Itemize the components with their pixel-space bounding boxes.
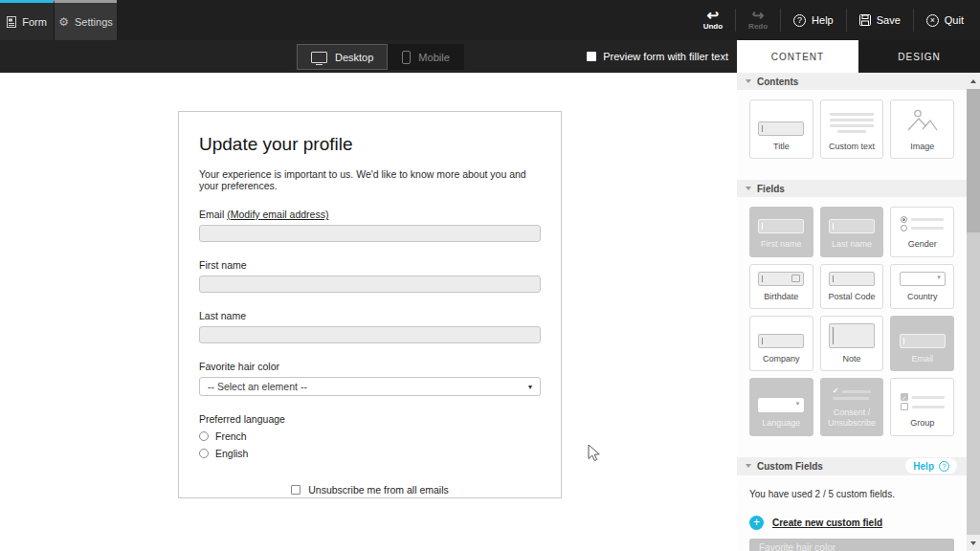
topbar-actions: ↩ Undo ↪ Redo ? Help Save × Quit (691, 0, 980, 40)
custom-field-items: Favorite hair colorWebsite (749, 539, 954, 551)
panel-tabs: CONTENT DESIGN (737, 40, 980, 73)
collapse-triangle-icon (746, 187, 751, 190)
card-title[interactable]: Title (749, 99, 813, 159)
unsubscribe-label: Unsubscribe me from all emails (308, 484, 448, 496)
collapse-triangle-icon (746, 79, 751, 83)
card-custom-text[interactable]: Custom text (820, 99, 884, 159)
chevron-down-icon (970, 541, 976, 545)
mobile-button[interactable]: Mobile (388, 44, 463, 70)
fields-cards: First nameLast nameGenderBirthdatePostal… (737, 197, 967, 456)
desktop-icon (311, 52, 327, 63)
scroll-up-button[interactable] (967, 73, 980, 89)
hair-color-label: Favorite hair color (199, 361, 541, 372)
redo-button[interactable]: ↪ Redo (736, 10, 780, 31)
tab-settings[interactable]: ⚙ Settings (54, 0, 117, 40)
scrollbar-track[interactable] (967, 89, 980, 535)
tab-form-label: Form (22, 16, 47, 28)
hair-color-select[interactable]: -- Select an element -- ▾ (199, 377, 541, 396)
card-label: Language (762, 418, 800, 429)
card-label: Custom text (829, 142, 875, 152)
input-field-icon (758, 334, 804, 348)
radio-option-label: French (215, 430, 247, 442)
calendar-icon (791, 275, 800, 282)
quit-button[interactable]: × Quit (914, 14, 976, 27)
contents-cards: TitleCustom textImage (737, 90, 967, 180)
tab-content-label: CONTENT (771, 52, 824, 62)
card-label: Title (773, 142, 790, 152)
tab-design-label: DESIGN (898, 52, 940, 62)
form-title: Update your profile (199, 134, 541, 155)
card-consent-unsubscribe[interactable]: ✓Consent / Unsubscribe (820, 378, 884, 436)
image-icon (906, 107, 939, 136)
gear-icon: ⚙ (58, 15, 69, 29)
desktop-button[interactable]: Desktop (297, 44, 388, 70)
secondary-toolbar: Desktop Mobile Preview form with filler … (0, 40, 980, 73)
first-name-field[interactable] (199, 276, 541, 293)
form-description: Your experience is important to us. We'd… (199, 168, 541, 191)
card-gender[interactable]: Gender (890, 207, 954, 256)
tab-design[interactable]: DESIGN (858, 40, 980, 73)
input-field-icon (758, 219, 804, 233)
input-field-icon (829, 219, 875, 233)
save-label: Save (877, 14, 901, 26)
help-button[interactable]: ? Help (781, 14, 846, 27)
radio-option-label: English (215, 448, 248, 459)
section-header-custom-fields[interactable]: Custom Fields Help ? (737, 457, 967, 475)
card-label: Group (910, 418, 934, 429)
card-company[interactable]: Company (749, 316, 813, 371)
scroll-down-button[interactable] (967, 535, 980, 551)
card-email[interactable]: Email (890, 316, 954, 371)
select-field-icon: ▾ (758, 398, 804, 412)
card-label: Gender (908, 239, 937, 250)
plus-icon: + (749, 516, 764, 530)
custom-field-favorite-hair-color[interactable]: Favorite hair color (749, 539, 954, 551)
chevron-down-icon: ▾ (528, 383, 532, 391)
undo-button[interactable]: ↩ Undo (691, 10, 735, 31)
preview-filler-checkbox[interactable]: Preview form with filler text (587, 40, 728, 73)
card-group[interactable]: ✓Group (890, 378, 954, 436)
tab-content[interactable]: CONTENT (737, 40, 858, 73)
section-header-contents[interactable]: Contents (737, 73, 967, 90)
custom-fields-help-button[interactable]: Help ? (905, 458, 957, 474)
sidebar: Contents TitleCustom textImage Fields Fi… (737, 73, 980, 551)
sidebar-content: Contents TitleCustom textImage Fields Fi… (737, 73, 967, 551)
create-custom-field-button[interactable]: + Create new custom field (749, 516, 954, 530)
chevron-up-icon (970, 79, 976, 83)
card-image[interactable]: Image (890, 99, 954, 159)
radio-option-english[interactable]: English (199, 448, 541, 459)
chevron-down-icon: ▾ (796, 400, 800, 408)
main-area: Update your profile Your experience is i… (0, 73, 980, 551)
tab-form[interactable]: Form (0, 0, 54, 40)
unsubscribe-checkbox[interactable]: Unsubscribe me from all emails (199, 484, 541, 496)
topbar: Form ⚙ Settings ↩ Undo ↪ Redo ? Help (0, 0, 980, 40)
preview-filler-label: Preview form with filler text (603, 51, 728, 62)
input-field-icon (758, 121, 804, 136)
save-icon (859, 14, 871, 26)
scrollbar-thumb[interactable] (967, 89, 980, 232)
card-note[interactable]: Note (820, 316, 884, 371)
save-button[interactable]: Save (847, 14, 913, 26)
radio-option-french[interactable]: French (199, 430, 541, 442)
card-country[interactable]: ▾Country (890, 264, 954, 309)
text-lines-icon (830, 110, 874, 136)
help-pill-label: Help (913, 461, 934, 472)
custom-fields-body: You have used 2 / 5 custom fields. + Cre… (737, 489, 967, 551)
mobile-label: Mobile (418, 52, 449, 63)
section-header-fields[interactable]: Fields (737, 180, 967, 197)
card-label: Postal Code (828, 292, 875, 302)
last-name-field[interactable] (199, 326, 541, 343)
card-last-name[interactable]: Last name (820, 207, 884, 256)
card-birthdate[interactable]: Birthdate (749, 264, 813, 309)
card-language[interactable]: ▾Language (749, 378, 813, 436)
email-field[interactable] (199, 225, 541, 242)
card-first-name[interactable]: First name (749, 207, 813, 256)
card-postal-code[interactable]: Postal Code (820, 264, 884, 309)
radio-options-icon (901, 214, 944, 233)
card-label: Image (910, 142, 934, 152)
card-label: Country (907, 292, 938, 302)
language-options: FrenchEnglish (199, 430, 541, 459)
modify-email-link[interactable]: (Modify email address) (227, 209, 328, 220)
help-icon: ? (793, 14, 806, 27)
checkbox-icon (291, 485, 301, 495)
form-icon (7, 16, 16, 28)
